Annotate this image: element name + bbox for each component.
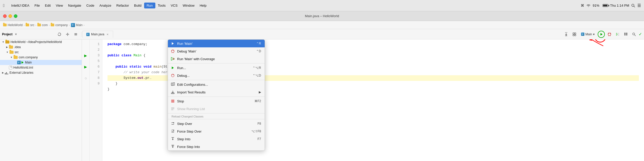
menu-build[interactable]: Build	[132, 3, 144, 8]
menu-code[interactable]: Code	[84, 3, 97, 8]
menu-refactor[interactable]: Refactor	[114, 3, 132, 8]
step-into-icon	[170, 137, 175, 141]
tree-expand-src[interactable]: ▼	[6, 51, 8, 53]
grid-view-button[interactable]	[622, 31, 629, 38]
tree-expand-company[interactable]: ▼	[10, 56, 13, 59]
menu-view[interactable]: View	[53, 3, 66, 8]
menu-analyze[interactable]: Analyze	[97, 3, 114, 8]
debug-button[interactable]	[606, 31, 613, 38]
tree-iml[interactable]: ▶ HelloWorld.iml	[0, 65, 82, 70]
search-menu-icon[interactable]	[631, 4, 635, 8]
menu-help[interactable]: Help	[197, 3, 209, 8]
line-numbers: 1 2 3 5 6 7 8 9	[90, 39, 102, 161]
tree-src[interactable]: ▼ src	[0, 50, 82, 55]
tree-helloworld[interactable]: ▼ HelloWorld ~/IdeaProjects/HelloWorld	[0, 39, 82, 45]
svg-rect-58	[171, 93, 174, 94]
svg-marker-71	[172, 147, 174, 148]
tree-company[interactable]: ▼ com.company	[0, 55, 82, 60]
settings-btn[interactable]	[64, 32, 71, 37]
editor-area: ▶ ▶ ◇ 1 2 3 5 6 7 8 9 package	[82, 39, 644, 161]
main-java-tab[interactable]: C Main.java ✕	[82, 31, 113, 38]
menu-intellij[interactable]: IntelliJ IDEA	[9, 3, 32, 8]
run-button[interactable]	[598, 31, 605, 38]
gutter-run-arrow-class[interactable]: ▶	[82, 53, 89, 58]
bc-com[interactable]: com	[37, 23, 48, 27]
tab-java-icon: C	[86, 33, 90, 36]
run-main-shortcut: ⌃R	[256, 42, 261, 45]
menu-debug-main[interactable]: Debug 'Main' ⌃D	[168, 47, 265, 55]
bc-sep-2: ›	[35, 24, 36, 27]
menu-force-step-over[interactable]: Force Step Over ⌥⇧F8	[168, 127, 265, 135]
tree-expand-extlibs[interactable]: ▶	[2, 71, 4, 74]
menubar:  IntelliJ IDEA File Edit View Navigate …	[0, 0, 644, 11]
search-everywhere-btn[interactable]	[630, 31, 638, 38]
running-list-label: Show Running List	[177, 107, 259, 111]
force-step-into-icon	[170, 144, 175, 149]
svg-rect-35	[624, 34, 626, 35]
expand-btn[interactable]	[72, 32, 79, 37]
tree-idea[interactable]: ▶ .idea	[0, 45, 82, 50]
tree-main[interactable]: ▶ C Main	[0, 60, 82, 65]
maximize-button[interactable]	[14, 14, 17, 18]
menubar-right: ⌘ 91% Thu 1:14 PM ☰	[581, 3, 641, 8]
step-over-shortcut: F8	[257, 122, 261, 125]
menu-run[interactable]: Run	[144, 3, 155, 8]
menu-edit[interactable]: Edit	[42, 3, 53, 8]
menu-running-list[interactable]: Show Running List	[168, 105, 265, 113]
bc-project-icon: HelloWorld	[3, 23, 23, 27]
config-name: Main	[585, 33, 592, 36]
tree-expand-idea[interactable]: ▶	[6, 46, 8, 48]
menu-window[interactable]: Window	[180, 3, 197, 8]
gutter-line-1	[82, 41, 89, 47]
close-button[interactable]	[3, 14, 7, 18]
menu-stop[interactable]: Stop ⌘F2	[168, 97, 265, 105]
apple-menu[interactable]: 	[3, 3, 5, 8]
tree-extlibs[interactable]: ▶ External Libraries	[0, 70, 82, 75]
step-into-shortcut: F7	[257, 137, 261, 141]
main-run-overlay	[21, 61, 24, 64]
breadcrumb: HelloWorld › src › com › company › C Mai…	[0, 21, 644, 29]
bc-helloworld[interactable]: HelloWorld	[8, 23, 23, 27]
svg-rect-34	[626, 33, 627, 34]
project-sidebar: ▼ HelloWorld ~/IdeaProjects/HelloWorld ▶…	[0, 39, 82, 161]
menu-debug-any[interactable]: Debug... ⌃⌥D	[168, 72, 265, 79]
download-arrow-btn[interactable]	[563, 31, 570, 38]
menu-force-step-into[interactable]: Force Step Into	[168, 143, 265, 151]
hamburger-menu-icon[interactable]: ☰	[637, 3, 641, 8]
layout-btn[interactable]	[571, 31, 578, 38]
tree-expand-helloworld[interactable]: ▼	[2, 41, 4, 43]
coverage-label: Run 'Main' with Coverage	[177, 57, 259, 61]
menu-run-coverage[interactable]: Run 'Main' with Coverage	[168, 55, 265, 63]
menu-file[interactable]: File	[32, 3, 42, 8]
menu-import-test[interactable]: Import Test Results ▶	[168, 88, 265, 96]
coverage-button[interactable]	[614, 31, 621, 38]
sync-btn[interactable]	[56, 32, 63, 37]
gutter-run-arrow-main[interactable]: ▶	[82, 64, 89, 70]
tab-close-btn[interactable]: ✕	[106, 33, 109, 36]
bc-main[interactable]: C Main	[71, 23, 83, 27]
menu-run-any[interactable]: Run... ⌃⌥R	[168, 64, 265, 72]
menu-step-over[interactable]: Step Over F8	[168, 120, 265, 127]
menu-run-main[interactable]: Run 'Main' ⌃R	[168, 40, 265, 47]
svg-line-38	[635, 35, 636, 36]
menu-step-into[interactable]: Step Into F7	[168, 135, 265, 143]
folder-icon	[51, 24, 54, 26]
menu-vcs[interactable]: VCS	[168, 3, 180, 8]
bc-sep-3: ›	[49, 24, 50, 27]
menu-navigate[interactable]: Navigate	[66, 3, 84, 8]
svg-rect-16	[573, 35, 574, 36]
traffic-lights	[3, 14, 17, 18]
bc-src[interactable]: src	[26, 23, 34, 27]
menu-edit-config[interactable]: Edit Configurations...	[168, 81, 265, 88]
debug-any-label: Debug...	[177, 74, 251, 78]
run-config-selector[interactable]: C Main ▾	[579, 31, 597, 37]
bc-sep-4: ›	[69, 24, 70, 27]
menu-tools[interactable]: Tools	[155, 3, 168, 8]
project-panel-title: Project	[2, 33, 13, 36]
tree-label-helloworld: HelloWorld ~/IdeaProjects/HelloWorld	[10, 40, 62, 44]
bc-company[interactable]: company	[51, 23, 68, 27]
main-layout: ▼ HelloWorld ~/IdeaProjects/HelloWorld ▶…	[0, 39, 644, 161]
minimize-button[interactable]	[8, 14, 12, 18]
iml-file-icon	[9, 66, 12, 69]
debug-icon	[170, 49, 175, 53]
